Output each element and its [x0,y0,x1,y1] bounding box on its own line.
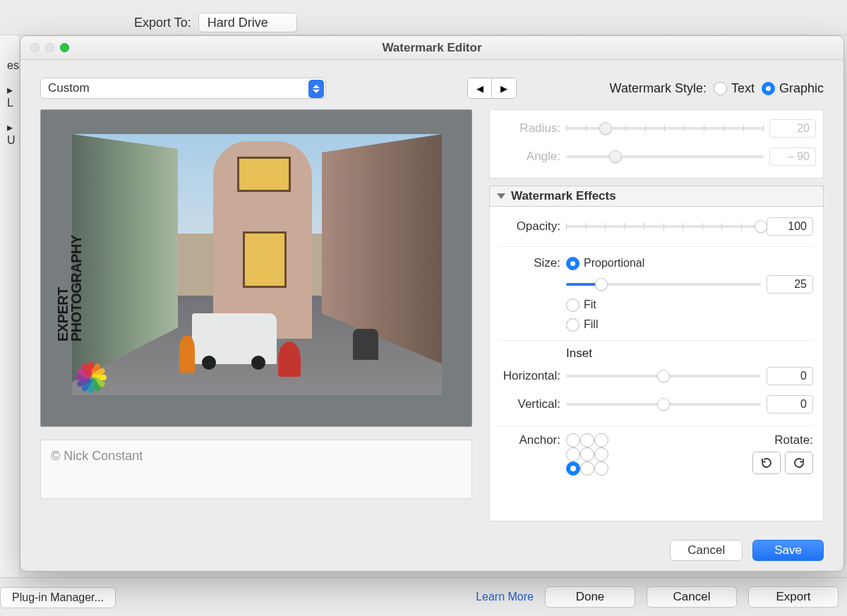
vertical-slider[interactable] [566,398,761,411]
inset-header: Inset [566,346,813,361]
angle-value: – 90 [769,147,816,166]
vertical-value[interactable]: 0 [767,395,813,413]
export-to-label: Export To: [134,16,191,30]
size-value[interactable]: 25 [767,275,813,294]
watermark-editor-modal: Watermark Editor Custom ◀ ▶ Watermark St… [20,35,844,572]
prev-image-button[interactable]: ◀ [468,78,492,98]
cancel-button-bg[interactable]: Cancel [647,586,737,608]
size-proportional-radio[interactable]: Proportional [566,257,644,270]
plugin-manager-button[interactable]: Plug-in Manager... [0,587,116,608]
style-text-label: Text [731,81,755,96]
radio-icon [566,257,579,270]
angle-label: Angle: [497,150,560,164]
watermark-preset-dropdown[interactable]: Custom [40,78,326,99]
size-label: Size: [497,256,560,270]
radius-slider [566,122,764,135]
anchor-mid-center[interactable] [580,447,594,461]
effects-panel: Opacity: 100 Size: [489,207,824,521]
watermark-style-group: Watermark Style: Text Graphic [610,81,824,96]
radius-value: 20 [769,119,816,138]
opacity-label: Opacity: [497,219,560,234]
preset-value: Custom [48,81,90,95]
color-wheel-icon [75,361,107,394]
rotate-ccw-icon [793,457,805,469]
anchor-grid [566,433,608,476]
save-button[interactable]: Save [752,540,824,561]
bg-left-pane: es ▸ L ▸ U [0,35,20,577]
bg-side-item: ▸ U [0,109,19,147]
done-button[interactable]: Done [545,586,635,608]
style-graphic-radio[interactable]: Graphic [762,81,824,96]
minimize-window-icon[interactable] [45,43,54,52]
preview-nav: ◀ ▶ [467,78,517,99]
watermark-text-input[interactable]: © Nick Constant [40,440,472,499]
radio-icon [566,318,579,332]
size-fit-radio[interactable]: Fit [566,298,596,312]
horizontal-value[interactable]: 0 [767,367,813,385]
anchor-top-right[interactable] [594,433,608,447]
horizontal-slider[interactable] [566,370,761,382]
watermark-brand-text: EXPERTPHOTOGRAPHY [56,235,83,342]
disclosure-triangle-icon [497,193,505,199]
radius-label: Radius: [497,121,560,135]
size-fit-label: Fit [584,298,596,311]
modal-top-row: Custom ◀ ▶ Watermark Style: Text Graphic [40,76,824,101]
radio-icon [762,82,775,95]
export-button[interactable]: Export [748,586,839,608]
preview-photo [72,134,442,395]
size-fill-label: Fill [584,318,598,331]
size-slider[interactable] [566,278,761,291]
anchor-bottom-center[interactable] [580,461,594,476]
rotate-cw-button[interactable] [752,452,781,474]
anchor-bottom-left[interactable] [566,461,580,476]
bg-bottom-bar: Plug-in Manager... Learn More Done Cance… [0,577,847,616]
modal-titlebar: Watermark Editor [20,36,843,60]
watermark-preview: EXPERTPHOTOGRAPHY [40,109,472,427]
bg-side-item: es [0,59,19,72]
size-fill-radio[interactable]: Fill [566,318,598,332]
bg-topbar: Export To: Hard Drive [0,0,847,35]
watermark-effects-header[interactable]: Watermark Effects [489,186,824,207]
bg-side-item: ▸ L [0,72,19,109]
anchor-label: Anchor: [497,433,560,447]
shadow-options-panel: Radius: 20 Angle: [489,109,824,179]
radio-icon [714,82,727,95]
anchor-mid-right[interactable] [594,447,608,461]
opacity-slider[interactable] [566,220,761,233]
style-graphic-label: Graphic [779,81,824,96]
anchor-top-center[interactable] [580,433,594,447]
next-image-button[interactable]: ▶ [492,78,516,98]
rotate-label: Rotate: [774,433,813,447]
anchor-mid-left[interactable] [566,447,580,461]
export-to-dropdown[interactable]: Hard Drive [198,13,297,32]
style-label: Watermark Style: [610,81,707,96]
opacity-value[interactable]: 100 [767,217,813,236]
anchor-top-left[interactable] [566,433,580,447]
rotate-ccw-button[interactable] [785,452,813,474]
anchor-bottom-right[interactable] [594,461,608,476]
angle-slider [566,150,764,163]
cancel-button[interactable]: Cancel [670,540,743,561]
window-controls [30,43,69,52]
watermark-logo [72,361,113,394]
style-text-radio[interactable]: Text [714,81,755,96]
radio-icon [566,298,579,312]
modal-title: Watermark Editor [382,41,481,55]
modal-footer: Cancel Save [670,540,824,561]
vertical-label: Vertical: [497,397,560,411]
export-to-value: Hard Drive [208,16,268,30]
learn-more-link[interactable]: Learn More [476,591,534,603]
close-window-icon[interactable] [30,43,40,52]
dropdown-stepper-icon [308,80,324,98]
zoom-window-icon[interactable] [60,43,69,52]
effects-header-label: Watermark Effects [511,189,616,203]
rotate-cw-icon [760,457,773,469]
horizontal-label: Horizontal: [497,369,560,383]
size-proportional-label: Proportional [584,257,644,270]
